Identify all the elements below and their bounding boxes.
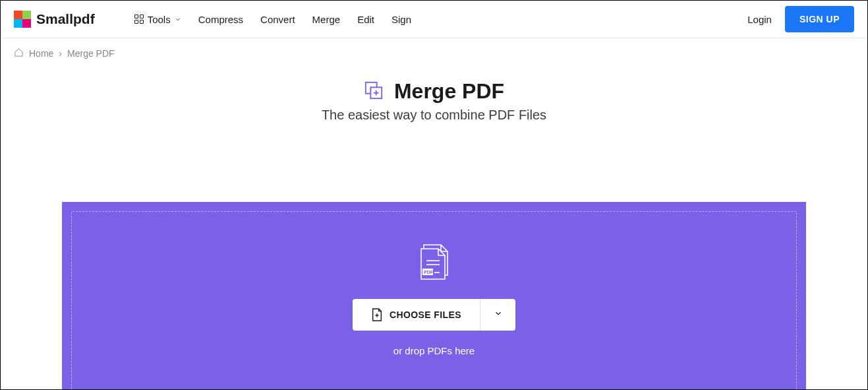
nav-sign-label: Sign xyxy=(391,14,411,25)
brand-name: Smallpdf xyxy=(36,11,95,27)
breadcrumb-separator: › xyxy=(59,48,62,59)
home-icon xyxy=(14,48,24,59)
nav-merge-label: Merge xyxy=(312,14,341,25)
nav-compress[interactable]: Compress xyxy=(198,14,243,25)
choose-files-button[interactable]: CHOOSE FILES xyxy=(353,299,480,331)
page-title: Merge PDF xyxy=(394,79,504,104)
nav-edit[interactable]: Edit xyxy=(357,14,374,25)
nav-convert[interactable]: Convert xyxy=(260,14,295,25)
dropzone-inner: PDF CHOOSE FILES or drop PDFs xyxy=(71,211,797,390)
login-link[interactable]: Login xyxy=(747,14,772,25)
merge-icon xyxy=(364,81,384,103)
drop-hint: or drop PDFs here xyxy=(393,345,475,356)
breadcrumb-home[interactable]: Home xyxy=(29,48,53,59)
nav-sign[interactable]: Sign xyxy=(391,14,411,25)
choose-files-dropdown[interactable] xyxy=(480,299,515,331)
nav-convert-label: Convert xyxy=(260,14,295,25)
logo[interactable]: Smallpdf xyxy=(14,11,95,28)
choose-files-group: CHOOSE FILES xyxy=(353,299,515,331)
breadcrumb: Home › Merge PDF xyxy=(1,38,867,69)
svg-text:PDF: PDF xyxy=(424,270,434,275)
signup-label: SIGN UP xyxy=(799,14,840,24)
nav-compress-label: Compress xyxy=(198,14,243,25)
nav-tools-label: Tools xyxy=(148,14,171,25)
files-icon: PDF xyxy=(416,244,453,286)
choose-files-label: CHOOSE FILES xyxy=(390,309,461,320)
nav-tools[interactable]: Tools xyxy=(134,14,181,25)
chevron-down-icon xyxy=(494,309,503,321)
chevron-down-icon xyxy=(175,16,181,22)
nav-edit-label: Edit xyxy=(357,14,374,25)
logo-icon xyxy=(14,11,31,28)
login-label: Login xyxy=(747,14,772,25)
dropzone[interactable]: PDF CHOOSE FILES or drop PDFs xyxy=(62,202,806,390)
nav: Tools Compress Convert Merge Edit Sign xyxy=(134,14,411,25)
signup-button[interactable]: SIGN UP xyxy=(785,6,854,32)
grid-icon xyxy=(134,15,144,24)
header: Smallpdf Tools Compress Convert Merge Ed… xyxy=(1,1,867,38)
breadcrumb-current: Merge PDF xyxy=(67,48,115,59)
main-heading: Merge PDF The easiest way to combine PDF… xyxy=(1,79,867,123)
page-subtitle: The easiest way to combine PDF Files xyxy=(1,108,867,123)
nav-merge[interactable]: Merge xyxy=(312,14,341,25)
